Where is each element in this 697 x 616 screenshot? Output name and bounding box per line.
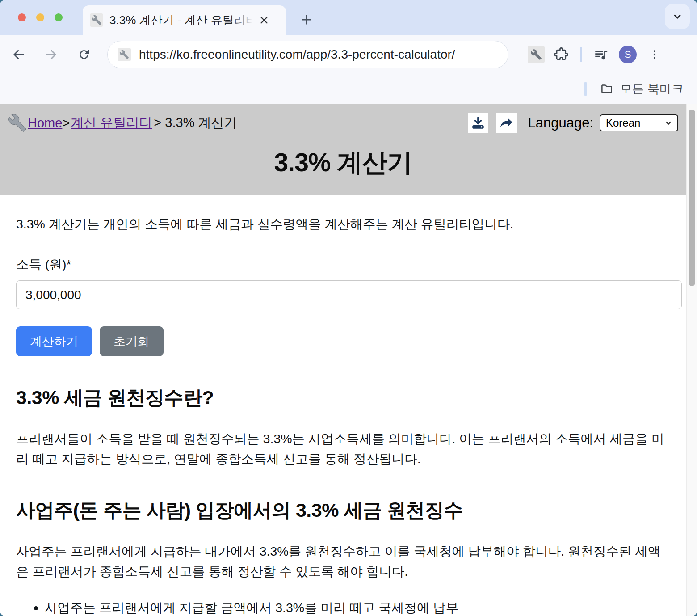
- section1-body: 프리랜서들이 소득을 받을 때 원천징수되는 3.3%는 사업소득세를 의미합니…: [16, 429, 670, 469]
- wrench-icon: [530, 49, 542, 60]
- url-favicon: [118, 48, 131, 61]
- kebab-menu-icon: [649, 49, 660, 60]
- section1-heading: 3.3% 세금 원천징수란?: [16, 385, 670, 411]
- browser-menu-button[interactable]: [642, 42, 667, 67]
- income-label: 소득 (원)*: [16, 256, 670, 273]
- tab-strip: 3.3% 계산기 - 계산 유틸리티 - 무: [0, 0, 697, 35]
- minimize-window-button[interactable]: [36, 13, 44, 21]
- section2-bullet-list: 사업주는 프리랜서에게 지급할 금액에서 3.3%를 미리 떼고 국세청에 납부…: [16, 599, 670, 616]
- back-arrow-icon: [12, 47, 26, 62]
- forward-arrow-icon: [44, 47, 58, 62]
- tab-search-button[interactable]: [665, 4, 690, 29]
- header-actions: Language: Korean: [460, 113, 678, 133]
- calculate-button[interactable]: 계산하기: [16, 326, 92, 356]
- wrench-icon: [119, 50, 129, 59]
- breadcrumb: Home > 계산 유틸리티 > 3.3% 계산기 Language: Kore…: [8, 113, 678, 133]
- media-playlist-button[interactable]: [588, 42, 613, 67]
- reset-button[interactable]: 초기화: [100, 326, 164, 356]
- download-button[interactable]: [468, 113, 488, 133]
- breadcrumb-current: > 3.3% 계산기: [154, 114, 237, 132]
- wrench-extension-button[interactable]: [524, 42, 549, 67]
- back-button[interactable]: [6, 42, 31, 67]
- media-playlist-icon: [593, 47, 609, 62]
- tab-title-fade: [230, 13, 252, 28]
- breadcrumb-category-link[interactable]: 계산 유틸리티: [71, 114, 152, 132]
- url-bar[interactable]: https://ko.freeonlineutility.com/app/3.3…: [107, 41, 508, 68]
- web-page: Home > 계산 유틸리티 > 3.3% 계산기 Language: Kore…: [0, 104, 686, 616]
- page-title: 3.3% 계산기: [8, 146, 678, 180]
- new-tab-button[interactable]: [296, 9, 317, 30]
- calculator-description: 3.3% 계산기는 개인의 소득에 따른 세금과 실수령액을 계산해주는 계산 …: [16, 214, 670, 234]
- tab-title: 3.3% 계산기 - 계산 유틸리티 - 무: [109, 13, 252, 28]
- window-controls: [18, 13, 63, 21]
- extensions-button[interactable]: [549, 42, 574, 67]
- avatar-initial: S: [625, 49, 631, 60]
- all-bookmarks-button[interactable]: 모든 북마크: [600, 81, 684, 97]
- tab-close-icon[interactable]: [256, 12, 272, 28]
- share-button[interactable]: [496, 113, 517, 133]
- share-icon: [499, 115, 514, 131]
- scrollbar-thumb[interactable]: [689, 110, 695, 286]
- url-text: https://ko.freeonlineutility.com/app/3.3…: [139, 47, 455, 62]
- download-icon: [470, 115, 486, 131]
- zoom-window-button[interactable]: [55, 13, 63, 21]
- tab-favicon: [90, 13, 103, 27]
- forward-button[interactable]: [38, 42, 63, 67]
- income-input[interactable]: [16, 280, 682, 309]
- all-bookmarks-label: 모든 북마크: [620, 81, 684, 97]
- chevron-down-icon: [672, 11, 683, 22]
- page-content: 3.3% 계산기는 개인의 소득에 따른 세금과 실수령액을 계산해주는 계산 …: [0, 195, 686, 616]
- reload-icon: [77, 48, 91, 61]
- page-scrollbar[interactable]: [686, 104, 697, 616]
- wrench-icon: [91, 15, 102, 25]
- section2-body: 사업주는 프리랜서에게 지급하는 대가에서 3.3%를 원천징수하고 이를 국세…: [16, 541, 670, 582]
- reload-button[interactable]: [71, 42, 97, 67]
- close-window-button[interactable]: [18, 13, 26, 21]
- browser-window: 3.3% 계산기 - 계산 유틸리티 - 무 h: [0, 0, 697, 616]
- bookmarks-bar: 모든 북마크: [0, 74, 697, 104]
- language-select[interactable]: Korean: [600, 114, 678, 131]
- toolbar-right: S: [524, 42, 667, 67]
- folder-icon: [600, 82, 613, 96]
- chevron-down-icon: [664, 118, 673, 127]
- profile-avatar[interactable]: S: [619, 46, 637, 63]
- browser-toolbar: https://ko.freeonlineutility.com/app/3.3…: [0, 35, 697, 74]
- bookmarks-separator: [584, 82, 587, 96]
- breadcrumb-home-link[interactable]: Home: [28, 116, 62, 131]
- site-logo-wrench-icon: [8, 114, 27, 132]
- breadcrumb-separator: >: [62, 116, 70, 131]
- language-value: Korean: [606, 117, 664, 129]
- button-row: 계산하기 초기화: [16, 326, 670, 356]
- active-tab[interactable]: 3.3% 계산기 - 계산 유틸리티 - 무: [83, 5, 286, 35]
- section2-heading: 사업주(돈 주는 사람) 입장에서의 3.3% 세금 원천징수: [16, 498, 670, 523]
- language-label: Language:: [528, 115, 593, 131]
- toolbar-separator: [580, 47, 582, 62]
- list-item: 사업주는 프리랜서에게 지급할 금액에서 3.3%를 미리 떼고 국세청에 납부: [45, 599, 670, 616]
- page-header: Home > 계산 유틸리티 > 3.3% 계산기 Language: Kore…: [0, 104, 686, 195]
- extensions-puzzle-icon: [554, 47, 569, 62]
